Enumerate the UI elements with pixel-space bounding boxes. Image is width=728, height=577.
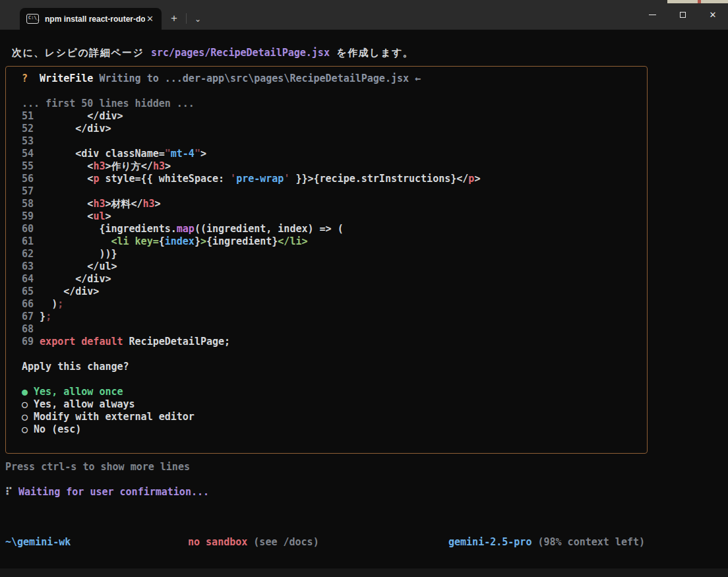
- file-path: src/pages/RecipeDetailPage.jsx: [151, 47, 330, 59]
- line-number: 67: [22, 311, 40, 322]
- spinner-icon: ⠏: [5, 486, 18, 498]
- tab-dropdown-button[interactable]: ⌄: [195, 15, 201, 24]
- line-number: 57: [22, 185, 40, 197]
- code-line: 51 </div>: [22, 110, 640, 123]
- code-line: 57: [22, 185, 640, 198]
- code-line: 69 export default RecipeDetailPage;: [22, 336, 640, 348]
- apply-prompt: Apply this change?: [22, 361, 640, 373]
- working-directory: ~\gemini-wk: [5, 536, 71, 549]
- line-number: 55: [22, 160, 40, 172]
- command-prompt-icon: C:\_: [26, 14, 39, 24]
- option-yes-allow-once[interactable]: ● Yes, allow once: [22, 386, 640, 398]
- tool-header: ? WriteFile Writing to ...der-app\src\pa…: [22, 73, 640, 85]
- confirm-options: ● Yes, allow once○ Yes, allow always○ Mo…: [22, 386, 640, 436]
- code-line: 54 <div className="mt-4">: [22, 148, 640, 160]
- minimize-button[interactable]: [637, 0, 667, 30]
- line-number: 58: [22, 198, 40, 210]
- minimize-icon: [649, 15, 656, 15]
- tab-title: npm install react-router-dom a: [45, 15, 145, 24]
- line-number: 64: [22, 273, 40, 285]
- code-line: 60 {ingredients.map((ingredient, index) …: [22, 223, 640, 235]
- footer-bar: ~\gemini-wk no sandbox (see /docs) gemin…: [0, 536, 728, 549]
- code-line: 67 };: [22, 311, 640, 323]
- line-number: 56: [22, 173, 40, 185]
- option-label: No (esc): [34, 423, 81, 435]
- radio-selected-icon: ●: [22, 386, 34, 398]
- line-number: 63: [22, 260, 40, 272]
- code-line: ... first 50 lines hidden ...: [22, 98, 640, 110]
- waiting-status: ⠏ Waiting for user confirmation...: [5, 486, 728, 499]
- code-line: 66 );: [22, 298, 640, 311]
- desktop-background-sliver: [667, 0, 728, 3]
- code-line: 56 <p style={{ whiteSpace: 'pre-wrap' }}…: [22, 173, 640, 185]
- tab-bar-divider: [186, 13, 187, 24]
- sandbox-note: (see /docs): [247, 536, 318, 548]
- new-tab-button[interactable]: +: [171, 12, 177, 25]
- model-group: gemini-2.5-pro (98% context left): [448, 536, 645, 549]
- tool-name: WriteFile: [28, 73, 93, 84]
- titlebar: C:\_ npm install react-router-dom a ✕ + …: [0, 0, 728, 30]
- line-number: 51: [22, 110, 40, 122]
- tool-description: Writing to ...der-app\src\pages\RecipeDe…: [93, 73, 421, 84]
- message-text: を作成します。: [330, 47, 413, 59]
- line-number: 53: [22, 135, 40, 147]
- option-label: Modify with external editor: [34, 411, 195, 423]
- code-line: 58 <h3>材料</h3>: [22, 198, 640, 210]
- line-number: 68: [22, 323, 40, 335]
- desktop-background-dot: [698, 0, 701, 3]
- option-label: Yes, allow always: [34, 398, 135, 410]
- code-line: 64 </div>: [22, 273, 640, 286]
- line-number: 62: [22, 248, 40, 260]
- tab-close-button[interactable]: ✕: [146, 14, 154, 24]
- sandbox-group: no sandbox (see /docs): [188, 536, 319, 549]
- line-number: 59: [22, 210, 40, 222]
- code-line: 52 </div>: [22, 123, 640, 135]
- assistant-message: 次に、レシピの詳細ページ src/pages/RecipeDetailPage.…: [12, 47, 728, 59]
- line-number: 66: [22, 298, 40, 310]
- option-no-esc[interactable]: ○ No (esc): [22, 423, 640, 436]
- line-number: 61: [22, 235, 40, 247]
- line-number: 54: [22, 148, 40, 160]
- line-number: 60: [22, 223, 40, 235]
- terminal-content: 次に、レシピの詳細ページ src/pages/RecipeDetailPage.…: [0, 47, 728, 577]
- radio-icon: ○: [22, 411, 34, 423]
- option-modify-with-external-editor[interactable]: ○ Modify with external editor: [22, 411, 640, 423]
- maximize-button[interactable]: [667, 0, 698, 30]
- radio-icon: ○: [22, 398, 34, 410]
- code-line: 61 <li key={index}>{ingredient}</li>: [22, 235, 640, 248]
- line-number: 52: [22, 123, 40, 135]
- context-remaining: (98% context left): [531, 536, 645, 548]
- code-line: 68: [22, 323, 640, 336]
- sandbox-status: no sandbox: [188, 536, 247, 548]
- blank-line: [22, 85, 640, 98]
- code-line: 55 <h3>作り方</h3>: [22, 160, 640, 173]
- code-lines: ... first 50 lines hidden ...51 </div>52…: [22, 98, 640, 348]
- option-label: Yes, allow once: [34, 386, 123, 398]
- maximize-icon: [680, 12, 686, 18]
- code-line: 63 </ul>: [22, 260, 640, 273]
- window-controls: ✕: [637, 0, 728, 30]
- radio-icon: ○: [22, 423, 34, 435]
- writefile-confirmation-box: ? WriteFile Writing to ...der-app\src\pa…: [5, 66, 648, 454]
- code-line: 62 ))}: [22, 248, 640, 260]
- hint-text: Press ctrl-s to show more lines: [5, 461, 728, 473]
- blank-line: [22, 373, 640, 386]
- terminal-tab[interactable]: C:\_ npm install react-router-dom a ✕: [20, 8, 162, 30]
- model-name: gemini-2.5-pro: [448, 536, 531, 548]
- code-line: 53: [22, 135, 640, 148]
- window-bottom-edge: [0, 568, 728, 577]
- close-icon: ✕: [710, 11, 717, 19]
- line-number: 69: [22, 336, 40, 348]
- message-text: 次に、レシピの詳細ページ: [12, 47, 151, 59]
- code-line: 59 <ul>: [22, 210, 640, 223]
- line-number: 65: [22, 286, 40, 297]
- blank-line: [22, 348, 640, 361]
- option-yes-allow-always[interactable]: ○ Yes, allow always: [22, 398, 640, 411]
- code-line: 65 </div>: [22, 286, 640, 298]
- waiting-text: Waiting for user confirmation...: [18, 486, 209, 498]
- question-status-icon: ?: [22, 73, 28, 84]
- close-button[interactable]: ✕: [698, 0, 728, 30]
- terminal-window: C:\_ npm install react-router-dom a ✕ + …: [0, 0, 728, 577]
